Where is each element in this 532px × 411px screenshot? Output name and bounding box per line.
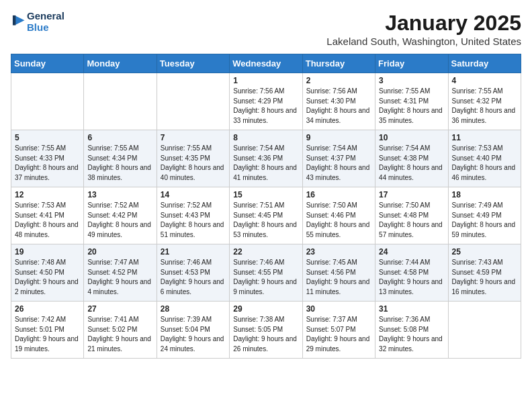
day-info: Sunrise: 7:54 AMSunset: 4:37 PMDaylight:… [306, 144, 371, 183]
calendar-cell: 9Sunrise: 7:54 AMSunset: 4:37 PMDaylight… [302, 130, 375, 187]
calendar-cell: 4Sunrise: 7:55 AMSunset: 4:32 PMDaylight… [448, 73, 521, 130]
day-number: 6 [87, 133, 152, 142]
day-number: 31 [379, 304, 444, 314]
day-number: 11 [452, 133, 517, 142]
calendar-table: SundayMondayTuesdayWednesdayThursdayFrid… [11, 54, 521, 359]
calendar-cell: 6Sunrise: 7:55 AMSunset: 4:34 PMDaylight… [84, 130, 157, 187]
title-block: January 2025 Lakeland South, Washington,… [326, 11, 521, 47]
svg-marker-0 [15, 15, 25, 25]
day-info: Sunrise: 7:54 AMSunset: 4:36 PMDaylight:… [233, 144, 298, 183]
weekday-header-thursday: Thursday [302, 54, 375, 73]
calendar-cell: 31Sunrise: 7:36 AMSunset: 5:08 PMDayligh… [375, 302, 448, 359]
weekday-header-saturday: Saturday [448, 54, 521, 73]
calendar-cell [84, 73, 157, 130]
day-info: Sunrise: 7:46 AMSunset: 4:53 PMDaylight:… [161, 258, 226, 297]
logo-text-top: General [27, 11, 64, 22]
day-info: Sunrise: 7:52 AMSunset: 4:43 PMDaylight:… [161, 201, 226, 240]
page-header: General Blue January 2025 Lakeland South… [11, 11, 521, 47]
calendar-cell: 19Sunrise: 7:48 AMSunset: 4:50 PMDayligh… [11, 244, 84, 302]
calendar-cell: 13Sunrise: 7:52 AMSunset: 4:42 PMDayligh… [84, 187, 157, 244]
day-info: Sunrise: 7:48 AMSunset: 4:50 PMDaylight:… [15, 258, 80, 297]
day-number: 12 [15, 190, 80, 199]
calendar-cell: 24Sunrise: 7:44 AMSunset: 4:58 PMDayligh… [375, 244, 448, 302]
logo: General Blue [11, 11, 64, 33]
day-number: 10 [379, 133, 444, 142]
calendar-cell: 3Sunrise: 7:55 AMSunset: 4:31 PMDaylight… [375, 73, 448, 130]
week-row-1: 1Sunrise: 7:56 AMSunset: 4:29 PMDaylight… [11, 73, 521, 130]
week-row-3: 12Sunrise: 7:53 AMSunset: 4:41 PMDayligh… [11, 187, 521, 244]
calendar-cell: 17Sunrise: 7:50 AMSunset: 4:48 PMDayligh… [375, 187, 448, 244]
calendar-cell [448, 302, 521, 359]
location-title: Lakeland South, Washington, United State… [326, 36, 521, 47]
logo-icon [11, 13, 26, 28]
day-info: Sunrise: 7:55 AMSunset: 4:31 PMDaylight:… [379, 87, 444, 126]
day-info: Sunrise: 7:49 AMSunset: 4:49 PMDaylight:… [452, 201, 517, 240]
day-number: 5 [15, 133, 80, 142]
calendar-cell: 5Sunrise: 7:55 AMSunset: 4:33 PMDaylight… [11, 130, 84, 187]
weekday-header-sunday: Sunday [11, 54, 84, 73]
day-info: Sunrise: 7:50 AMSunset: 4:48 PMDaylight:… [379, 201, 444, 240]
day-number: 15 [233, 190, 298, 199]
calendar-cell: 21Sunrise: 7:46 AMSunset: 4:53 PMDayligh… [157, 244, 229, 302]
calendar-cell: 18Sunrise: 7:49 AMSunset: 4:49 PMDayligh… [448, 187, 521, 244]
calendar-cell: 28Sunrise: 7:39 AMSunset: 5:04 PMDayligh… [157, 302, 229, 359]
day-info: Sunrise: 7:55 AMSunset: 4:32 PMDaylight:… [452, 87, 517, 126]
day-number: 30 [306, 304, 371, 314]
day-info: Sunrise: 7:53 AMSunset: 4:40 PMDaylight:… [452, 144, 517, 183]
day-info: Sunrise: 7:51 AMSunset: 4:45 PMDaylight:… [233, 201, 298, 240]
calendar-cell: 27Sunrise: 7:41 AMSunset: 5:02 PMDayligh… [84, 302, 157, 359]
day-info: Sunrise: 7:44 AMSunset: 4:58 PMDaylight:… [379, 258, 444, 297]
calendar-cell: 7Sunrise: 7:55 AMSunset: 4:35 PMDaylight… [157, 130, 229, 187]
day-info: Sunrise: 7:36 AMSunset: 5:08 PMDaylight:… [379, 315, 444, 354]
calendar-cell: 2Sunrise: 7:56 AMSunset: 4:30 PMDaylight… [302, 73, 375, 130]
weekday-header-row: SundayMondayTuesdayWednesdayThursdayFrid… [11, 54, 521, 73]
day-number: 25 [452, 247, 517, 257]
day-number: 20 [87, 247, 152, 257]
day-number: 7 [161, 133, 226, 142]
weekday-header-wednesday: Wednesday [230, 54, 302, 73]
day-info: Sunrise: 7:56 AMSunset: 4:29 PMDaylight:… [233, 87, 298, 126]
calendar-cell: 16Sunrise: 7:50 AMSunset: 4:46 PMDayligh… [302, 187, 375, 244]
day-info: Sunrise: 7:55 AMSunset: 4:33 PMDaylight:… [15, 144, 80, 183]
day-info: Sunrise: 7:38 AMSunset: 5:05 PMDaylight:… [233, 315, 298, 354]
weekday-header-tuesday: Tuesday [157, 54, 229, 73]
week-row-4: 19Sunrise: 7:48 AMSunset: 4:50 PMDayligh… [11, 244, 521, 302]
day-info: Sunrise: 7:50 AMSunset: 4:46 PMDaylight:… [306, 201, 371, 240]
svg-rect-1 [13, 15, 15, 25]
day-number: 16 [306, 190, 371, 199]
weekday-header-monday: Monday [84, 54, 157, 73]
day-info: Sunrise: 7:46 AMSunset: 4:55 PMDaylight:… [233, 258, 298, 297]
day-number: 26 [15, 304, 80, 314]
calendar-cell: 29Sunrise: 7:38 AMSunset: 5:05 PMDayligh… [230, 302, 302, 359]
calendar-cell: 10Sunrise: 7:54 AMSunset: 4:38 PMDayligh… [375, 130, 448, 187]
day-number: 19 [15, 247, 80, 257]
calendar-cell: 12Sunrise: 7:53 AMSunset: 4:41 PMDayligh… [11, 187, 84, 244]
day-number: 8 [233, 133, 298, 142]
day-info: Sunrise: 7:45 AMSunset: 4:56 PMDaylight:… [306, 258, 371, 297]
calendar-cell: 1Sunrise: 7:56 AMSunset: 4:29 PMDaylight… [230, 73, 302, 130]
day-number: 9 [306, 133, 371, 142]
day-info: Sunrise: 7:39 AMSunset: 5:04 PMDaylight:… [161, 315, 226, 354]
calendar-cell: 22Sunrise: 7:46 AMSunset: 4:55 PMDayligh… [230, 244, 302, 302]
day-number: 17 [379, 190, 444, 199]
day-info: Sunrise: 7:52 AMSunset: 4:42 PMDaylight:… [87, 201, 152, 240]
logo-text-bottom: Blue [27, 22, 64, 34]
weekday-header-friday: Friday [375, 54, 448, 73]
calendar-cell: 20Sunrise: 7:47 AMSunset: 4:52 PMDayligh… [84, 244, 157, 302]
day-info: Sunrise: 7:56 AMSunset: 4:30 PMDaylight:… [306, 87, 371, 126]
day-info: Sunrise: 7:42 AMSunset: 5:01 PMDaylight:… [15, 315, 80, 354]
day-info: Sunrise: 7:53 AMSunset: 4:41 PMDaylight:… [15, 201, 80, 240]
calendar-cell: 30Sunrise: 7:37 AMSunset: 5:07 PMDayligh… [302, 302, 375, 359]
calendar-cell: 14Sunrise: 7:52 AMSunset: 4:43 PMDayligh… [157, 187, 229, 244]
day-number: 18 [452, 190, 517, 199]
week-row-5: 26Sunrise: 7:42 AMSunset: 5:01 PMDayligh… [11, 302, 521, 359]
calendar-cell: 8Sunrise: 7:54 AMSunset: 4:36 PMDaylight… [230, 130, 302, 187]
calendar-cell [11, 73, 84, 130]
day-number: 29 [233, 304, 298, 314]
day-number: 21 [161, 247, 226, 257]
calendar-cell: 23Sunrise: 7:45 AMSunset: 4:56 PMDayligh… [302, 244, 375, 302]
day-info: Sunrise: 7:41 AMSunset: 5:02 PMDaylight:… [87, 315, 152, 354]
day-number: 27 [87, 304, 152, 314]
day-info: Sunrise: 7:55 AMSunset: 4:34 PMDaylight:… [87, 144, 152, 183]
week-row-2: 5Sunrise: 7:55 AMSunset: 4:33 PMDaylight… [11, 130, 521, 187]
